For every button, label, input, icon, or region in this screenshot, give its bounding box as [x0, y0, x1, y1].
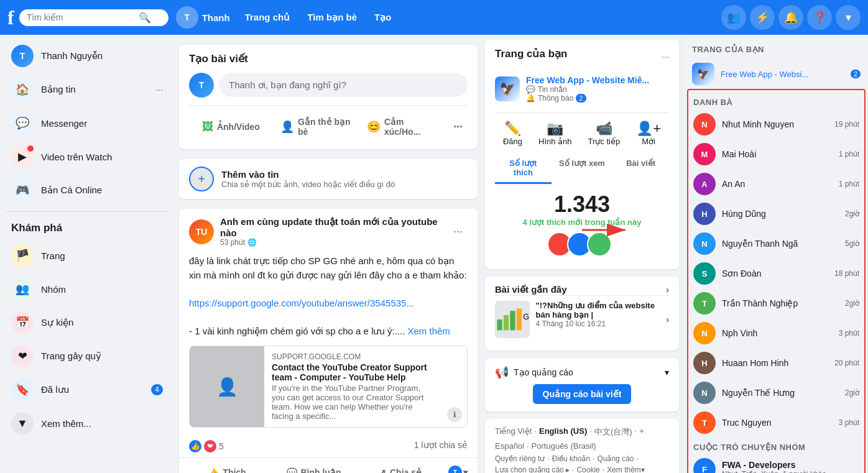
lang-en[interactable]: English (US)	[539, 426, 587, 438]
more-icon-btn[interactable]: ▾	[836, 5, 861, 30]
post-more-btn[interactable]: ···	[448, 220, 468, 243]
logo: f	[7, 6, 14, 29]
sidebar-groups-label: Nhóm	[41, 284, 66, 295]
ad-create-chevron[interactable]: ▾	[665, 367, 669, 377]
add-story-subtitle: Chia sẻ một bức ảnh, video hoặc viết điề…	[221, 180, 395, 189]
ad-btn[interactable]: Quảng cáo bài viết	[533, 384, 632, 404]
page-image-btn[interactable]: 📷 Hình ảnh	[538, 121, 572, 146]
sidebar-item-feed[interactable]: 🏠 Bảng tin ···	[5, 73, 169, 106]
like-btn[interactable]: 👍 Thích	[184, 461, 270, 473]
photo-video-btn[interactable]: 🖼 Ảnh/Video	[189, 112, 273, 142]
post-link[interactable]: https://support.google.com/youtube/answe…	[189, 298, 414, 308]
friend-item[interactable]: T Trần Thành Nghiệp 2giờ	[688, 288, 864, 318]
recent-posts-chevron[interactable]: ›	[666, 285, 669, 295]
footer-cookie[interactable]: Cookie	[576, 466, 599, 473]
post-link-preview[interactable]: 👤 SUPPORT.GOOGLE.COM Contact the YouTube…	[189, 346, 468, 428]
post-content: đây là link chát trực tiếp cho SP GG nhé…	[179, 247, 478, 346]
lang-pt[interactable]: Português (Brasil)	[532, 441, 596, 451]
sidebar-user-item[interactable]: T Thanh Nguyễn	[5, 40, 169, 72]
page-new-icon: 👤+	[636, 121, 661, 137]
recent-post-chevron[interactable]: ›	[666, 301, 669, 338]
group-info: FWA - Developers Nhut, Trần, Xuân, 1 ngư…	[722, 460, 826, 473]
page-live-btn[interactable]: 📹 Trực tiếp	[588, 121, 621, 146]
right-page-item[interactable]: 🦅 Free Web App - Websi... 2	[687, 59, 866, 89]
friend-name: Truc Nguyen	[722, 418, 772, 428]
friend-item[interactable]: N Nph Vinh 3 phút	[688, 318, 864, 348]
post-time: 53 phút 🌐	[220, 238, 448, 247]
messenger-icon-btn[interactable]: ⚡	[750, 5, 775, 30]
likes-tab-likes[interactable]: Số lượt thích	[495, 154, 552, 184]
post-author[interactable]: Anh em cùng update thuật toán mới của yo…	[220, 216, 448, 238]
nav-user-name[interactable]: Thanh	[202, 12, 230, 23]
sidebar-item-watch[interactable]: ▶ Video trên Watch	[5, 140, 169, 173]
more-create-btn[interactable]: ···	[448, 112, 468, 142]
lang-zh[interactable]: 中文(台灣)	[594, 426, 632, 438]
friend-item[interactable]: M Mai Hoài 1 phút	[688, 139, 864, 169]
footer-ads[interactable]: Quảng cáo	[597, 454, 634, 463]
friend-item[interactable]: N Nguyễn Thế Hưng 2giờ	[688, 378, 864, 408]
nav-avatar[interactable]: T	[176, 6, 198, 29]
pages-card: Trang của bạn ··· 🦅 Free Web App - Websi…	[485, 40, 679, 269]
footer-langs: Tiếng Việt · English (US) · 中文(台灣) · +	[495, 426, 669, 438]
pages-card-title: Trang của bạn	[495, 47, 567, 60]
likes-tab-views[interactable]: Số lượt xem	[554, 154, 611, 184]
page-new-btn[interactable]: 👤+ Mới	[636, 121, 661, 146]
recent-posts-title: Bài viết gần đây	[495, 284, 567, 295]
footer-more[interactable]: Xem thêm▾	[607, 466, 645, 473]
help-icon-btn[interactable]: ❓	[807, 5, 832, 30]
sidebar-item-game[interactable]: 🎮 Bản Cá Online	[5, 174, 169, 206]
page-item[interactable]: 🦅 Free Web App - Website Miê... 💬 Tin nh…	[495, 71, 669, 106]
footer-langs-2: Español · Português (Brasil)	[495, 441, 669, 451]
sidebar-item-more[interactable]: ▼ Xem thêm...	[5, 407, 169, 439]
page-post-btn[interactable]: ✏️ Đăng	[503, 121, 522, 146]
sidebar-item-saved[interactable]: 🔖 Đã lưu 4	[5, 374, 169, 406]
sidebar-item-events[interactable]: 📅 Sự kiện	[5, 306, 169, 339]
sidebar-item-groups[interactable]: 👥 Nhóm	[5, 273, 169, 305]
nav-home-link[interactable]: Trang chủ	[238, 8, 298, 27]
sidebar-item-fundraiser[interactable]: ❤ Trang gây quỹ	[5, 340, 169, 372]
group-name: FWA - Developers	[722, 460, 826, 470]
post-link-thumb: 👤	[190, 346, 264, 427]
footer-dot-1: ·	[547, 454, 549, 463]
pages-more-icon[interactable]: ···	[662, 52, 669, 62]
sidebar-item-messenger[interactable]: 💬 Messenger	[5, 107, 169, 139]
bell-icon-btn[interactable]: 🔔	[778, 5, 803, 30]
add-story-text-block: Thêm vào tin Chia sẻ một bức ảnh, video …	[221, 169, 395, 189]
nav-friends-link[interactable]: Tìm bạn bè	[300, 8, 364, 27]
likes-tab-posts[interactable]: Bài viết	[612, 154, 669, 184]
notification-badge: 2	[576, 94, 586, 103]
lang-plus[interactable]: +	[639, 426, 644, 438]
footer-terms[interactable]: Điều khoản	[552, 454, 590, 463]
recent-post-item[interactable]: G "!?Những ưu điểm của website bán hàng …	[495, 295, 669, 343]
friend-item[interactable]: H Hùng Dũng 2giờ	[688, 199, 864, 229]
tag-friends-btn[interactable]: 👤 Gắn thẻ bạn bè	[275, 112, 359, 142]
share-btn[interactable]: ↗ Chia sẻ	[357, 461, 443, 473]
create-post-input[interactable]: Thanh ơi, bạn đang nghĩ gì?	[219, 73, 468, 97]
friend-item[interactable]: N Nguyễn Thanh Ngã 5giờ	[688, 229, 864, 259]
ad-widget-header: 📢 Tạo quảng cáo ▾	[495, 365, 669, 379]
add-story-circle[interactable]: +	[189, 167, 214, 191]
extra-share-btn[interactable]: T▾	[443, 461, 473, 473]
people-icon-btn[interactable]: 👥	[721, 5, 746, 30]
comment-btn[interactable]: 💬 Bình luận	[270, 461, 357, 473]
feeling-btn[interactable]: 😊 Cảm xúc/Ho...	[362, 112, 446, 142]
sidebar-feed-more[interactable]: ···	[155, 85, 163, 94]
friend-item[interactable]: N Nhut Minh Nguyen 19 phút	[688, 109, 864, 139]
page-avatar: 🦅	[495, 76, 520, 101]
lang-viet[interactable]: Tiếng Việt	[495, 426, 532, 438]
friend-item[interactable]: T Truc Nguyen 3 phút	[688, 408, 864, 438]
search-input[interactable]	[27, 12, 139, 22]
search-icon[interactable]: 🔍	[139, 12, 151, 24]
sidebar-item-pages[interactable]: 🏴 Trang	[5, 239, 169, 272]
friend-item[interactable]: A An An 1 phút	[688, 169, 864, 199]
friend-item[interactable]: S Sơn Đoàn 18 phút	[688, 259, 864, 288]
group-chat-item[interactable]: F FWA - Developers Nhut, Trần, Xuân, 1 n…	[688, 454, 864, 473]
lang-es[interactable]: Español	[495, 441, 524, 451]
post-see-more[interactable]: Xem thêm	[407, 326, 450, 336]
nav-create-link[interactable]: Tạo	[367, 8, 399, 27]
friend-item[interactable]: H Huaan Hom Hinh 20 phút	[688, 348, 864, 378]
footer-ad-choices[interactable]: Lựa chọn quảng cáo ▸	[495, 466, 570, 473]
friend-time: 3 phút	[839, 329, 859, 338]
post-link-info-icon[interactable]: ℹ	[447, 407, 462, 422]
footer-privacy[interactable]: Quyền riêng tư	[495, 454, 545, 463]
